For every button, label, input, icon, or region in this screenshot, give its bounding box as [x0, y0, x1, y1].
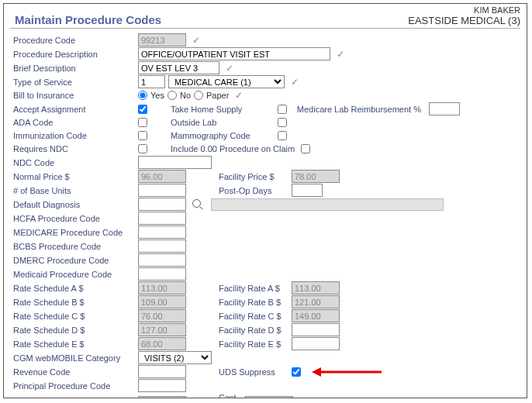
ndc-req-checkbox[interactable]	[138, 144, 147, 153]
rate-b-input[interactable]	[138, 295, 186, 308]
facility-price-input[interactable]	[292, 170, 340, 183]
include-zero-label: Include 0.00 Procedure on Claim	[150, 144, 298, 153]
rate-b-label: Rate Schedule B $	[10, 298, 138, 307]
tos-label: Type of Service	[10, 78, 138, 87]
ndc-code-label: NDC Code	[10, 158, 138, 167]
check-icon	[333, 49, 344, 60]
hcfa-input[interactable]	[138, 212, 186, 225]
fac-e-label: Facility Rate E $	[195, 339, 288, 349]
immun-label: Immunization Code	[10, 131, 138, 140]
fac-b-label: Facility Rate B $	[195, 298, 288, 307]
procedure-code-input[interactable]	[138, 33, 186, 46]
medicare-label: MEDICARE Procedure Code	[10, 228, 138, 237]
rate-a-input[interactable]	[138, 281, 186, 294]
ada-label: ADA Code	[10, 118, 138, 127]
take-home-checkbox[interactable]	[278, 105, 287, 114]
outside-lab-label: Outside Lab	[150, 118, 275, 127]
cgm-label: CGM webMOBILE Category	[10, 353, 138, 363]
rate-d-label: Rate Schedule D $	[10, 326, 138, 335]
hcfa-label: HCFA Procedure Code	[10, 214, 138, 223]
paper-label: Paper	[206, 91, 229, 100]
rate-c-input[interactable]	[138, 309, 186, 322]
fac-d-label: Facility Rate D $	[195, 326, 288, 335]
procedure-desc-label: Procedure Description	[10, 50, 138, 59]
outside-lab-checkbox[interactable]	[278, 118, 287, 127]
uds-label: UDS Suppress	[195, 367, 288, 377]
ndc-req-label: Requires NDC	[10, 144, 138, 153]
ada-checkbox[interactable]	[138, 118, 147, 127]
medicaid-label: Medicaid Procedure Code	[10, 270, 138, 279]
procedure-code-label: Procedure Code	[10, 36, 138, 45]
bcbs-label: BCBS Procedure Code	[10, 242, 138, 251]
check-icon	[223, 63, 233, 74]
uds-checkbox[interactable]	[292, 367, 301, 377]
rate-e-label: Rate Schedule E $	[10, 339, 138, 349]
fac-c-input[interactable]	[292, 309, 340, 322]
check-icon	[288, 77, 299, 88]
bill-label: Bill to Insurance	[10, 91, 138, 100]
accept-label: Accept Assignment	[10, 105, 138, 114]
med-lab-input[interactable]	[429, 102, 460, 115]
cost-label: Cost $	[195, 393, 242, 398]
annotation-arrow	[312, 368, 382, 376]
principal-label: Principal Procedure Code	[10, 381, 138, 391]
tos-code-input[interactable]	[138, 75, 165, 88]
rate-d-input[interactable]	[138, 323, 186, 336]
dmerc-label: DMERC Procedure Code	[10, 256, 138, 265]
procedure-desc-input[interactable]	[138, 47, 330, 60]
bill-no-radio[interactable]	[168, 91, 177, 100]
principal-input[interactable]	[138, 379, 186, 392]
mammo-label: Mammography Code	[150, 131, 275, 140]
search-icon[interactable]	[192, 199, 203, 210]
normal-price-label: Normal Price $	[10, 172, 138, 181]
bill-paper-radio[interactable]	[194, 91, 203, 100]
diag-input[interactable]	[138, 198, 186, 211]
yes-label: Yes	[150, 91, 164, 100]
diag-label: Default Diagnosis	[10, 200, 138, 209]
postop-input[interactable]	[292, 184, 323, 197]
base-units-label: # of Base Units	[10, 186, 138, 195]
cgm-select[interactable]: VISITS (2)	[138, 351, 212, 364]
no-label: No	[180, 91, 191, 100]
rate-a-label: Rate Schedule A $	[10, 284, 138, 293]
org-label: EASTSIDE MEDICAL (3)	[408, 15, 520, 26]
rate-e-input[interactable]	[138, 337, 186, 350]
base-units-input[interactable]	[138, 184, 186, 197]
medicaid-input[interactable]	[138, 267, 186, 281]
cost-input[interactable]	[245, 396, 293, 399]
postop-label: Post-Op Days	[195, 186, 288, 195]
fac-d-input[interactable]	[292, 323, 340, 336]
fac-b-input[interactable]	[292, 295, 340, 308]
user-label: KIM BAKER	[408, 5, 520, 15]
take-home-label: Take Home Supply	[150, 105, 275, 114]
fac-e-input[interactable]	[292, 337, 340, 350]
mammo-checkbox[interactable]	[278, 131, 287, 140]
include-zero-checkbox[interactable]	[301, 144, 310, 153]
page-title: Maintain Procedure Codes	[15, 13, 161, 26]
fac-c-label: Facility Rate C $	[195, 312, 288, 321]
facility-price-label: Facility Price $	[195, 172, 288, 181]
rate-c-label: Rate Schedule C $	[10, 312, 138, 321]
tos-select[interactable]: MEDICAL CARE (1)	[168, 75, 285, 88]
brief-desc-label: Brief Description	[10, 64, 138, 73]
accept-checkbox[interactable]	[138, 105, 147, 114]
diag-display	[211, 198, 444, 211]
bcbs-input[interactable]	[138, 239, 186, 253]
check-icon	[232, 90, 243, 101]
check-icon	[189, 35, 200, 46]
nominal-label: Nominal Fee $	[10, 398, 138, 398]
revenue-input[interactable]	[138, 365, 186, 378]
bill-yes-radio[interactable]	[138, 91, 147, 100]
immun-checkbox[interactable]	[138, 131, 147, 140]
medicare-input[interactable]	[138, 226, 186, 239]
nominal-input[interactable]	[138, 396, 186, 399]
revenue-label: Revenue Code	[10, 367, 138, 377]
ndc-code-input[interactable]	[138, 156, 212, 169]
fac-a-input[interactable]	[292, 281, 340, 294]
brief-desc-input[interactable]	[138, 61, 219, 74]
med-lab-label: Medicare Lab Reimbursement %	[290, 105, 426, 114]
dmerc-input[interactable]	[138, 253, 186, 267]
fac-a-label: Facility Rate A $	[195, 284, 288, 293]
normal-price-input[interactable]	[138, 170, 186, 183]
